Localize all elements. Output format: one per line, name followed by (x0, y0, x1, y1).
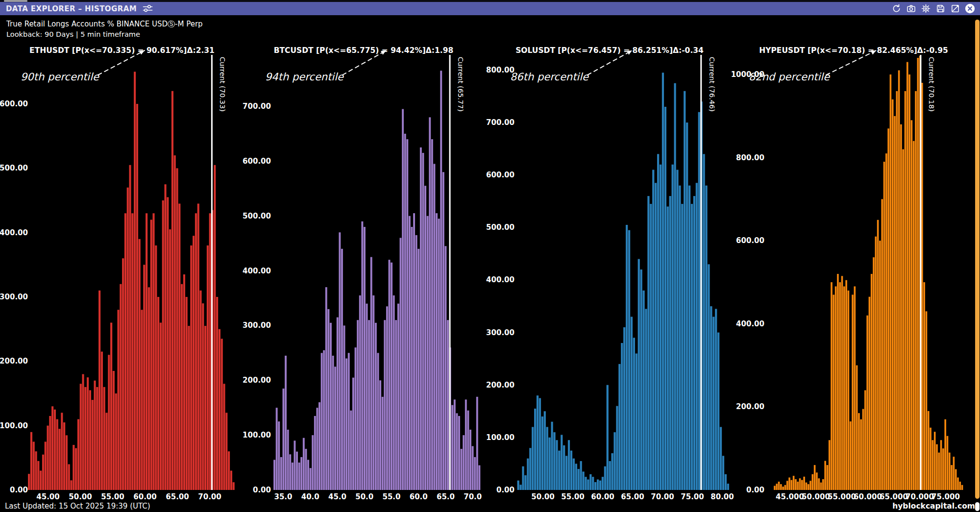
bar (105, 413, 107, 490)
bar (350, 411, 352, 490)
bar (638, 259, 640, 490)
scrollbar-thumb[interactable] (975, 20, 980, 499)
bar (774, 486, 776, 490)
bar (845, 280, 847, 490)
bar (806, 483, 808, 490)
bar (207, 245, 209, 490)
y-tick-label: 100.00 (243, 431, 271, 439)
bar (589, 474, 591, 490)
bar (873, 257, 875, 490)
scrollbar-cap[interactable] (975, 502, 980, 511)
percentile-annotation: 86th percentile (510, 71, 589, 83)
bar (906, 62, 908, 490)
bar (953, 457, 955, 490)
bar (822, 479, 824, 490)
bar (636, 353, 637, 490)
bar (923, 282, 925, 490)
bar (139, 239, 141, 490)
bar (688, 186, 690, 490)
bar (549, 438, 551, 490)
bar (375, 323, 377, 490)
y-tick-label: 700.00 (486, 118, 514, 127)
bar (438, 219, 440, 490)
bar (96, 387, 98, 490)
bar (172, 91, 173, 490)
bar (221, 339, 223, 490)
y-tick-label: 0.00 (746, 486, 764, 494)
bar (402, 109, 404, 490)
bar (900, 124, 902, 490)
bar (558, 451, 560, 490)
bar (66, 435, 68, 490)
bar (892, 99, 894, 490)
bar (930, 428, 931, 490)
bar (287, 430, 289, 490)
bar (725, 474, 727, 490)
bar (87, 377, 89, 490)
bar (541, 416, 543, 490)
bar (476, 397, 478, 490)
bar (420, 147, 422, 490)
bar (529, 448, 531, 490)
bar (710, 306, 712, 490)
bar (343, 325, 345, 490)
bar (472, 446, 474, 490)
x-tick-label: 60.00 (591, 492, 614, 501)
bar (833, 294, 835, 490)
bar (866, 316, 868, 490)
bar (786, 481, 788, 490)
bar (413, 213, 415, 490)
histogram-SOLUSDT: 0.00100.00200.00300.00400.00500.00600.00… (486, 46, 734, 501)
x-tick-label: 50.000 (802, 492, 830, 501)
bar (157, 297, 159, 490)
bar (592, 477, 594, 490)
bar (416, 235, 417, 490)
bar (372, 295, 374, 490)
bar (364, 227, 366, 490)
bar (776, 484, 778, 490)
bar (321, 353, 323, 490)
bar (444, 246, 446, 490)
bar (164, 184, 166, 490)
bar (292, 463, 294, 490)
bar (54, 410, 56, 490)
bar (406, 139, 408, 490)
bar (474, 457, 476, 490)
bar (122, 258, 124, 490)
bar (199, 291, 201, 490)
bar (544, 411, 546, 490)
chart-title: ETHUSDT [P(x<=70.335) = 90.617%]Δ:2.31 (29, 46, 215, 55)
bar (911, 120, 913, 490)
bar (386, 306, 388, 490)
bar (230, 471, 232, 490)
bar (312, 435, 314, 490)
x-tick-label: 75.00 (681, 492, 704, 501)
bar (597, 480, 599, 490)
bar (174, 155, 176, 490)
x-tick-label: 45.00 (36, 492, 59, 501)
y-tick-label: 200.00 (736, 402, 764, 411)
bar (276, 408, 278, 490)
bar (915, 91, 917, 490)
bar (820, 483, 822, 490)
bar (921, 83, 923, 490)
y-tick-label: 300.00 (243, 321, 271, 330)
bar (379, 380, 381, 490)
bar (345, 359, 347, 490)
bar (782, 487, 784, 490)
bar (519, 485, 521, 490)
bar (300, 457, 302, 490)
x-tick-label: 65.0 (437, 492, 455, 501)
bar (115, 393, 117, 490)
bar (938, 453, 940, 490)
scrollbar-track[interactable] (975, 20, 980, 511)
bar (143, 265, 145, 490)
y-tick-label: 600.00 (736, 236, 764, 245)
bar (896, 91, 898, 490)
bar (397, 304, 399, 490)
bar (835, 286, 837, 490)
bar (831, 282, 833, 490)
y-tick-label: 200.00 (243, 376, 271, 385)
bar (691, 204, 693, 490)
bar (77, 419, 79, 490)
